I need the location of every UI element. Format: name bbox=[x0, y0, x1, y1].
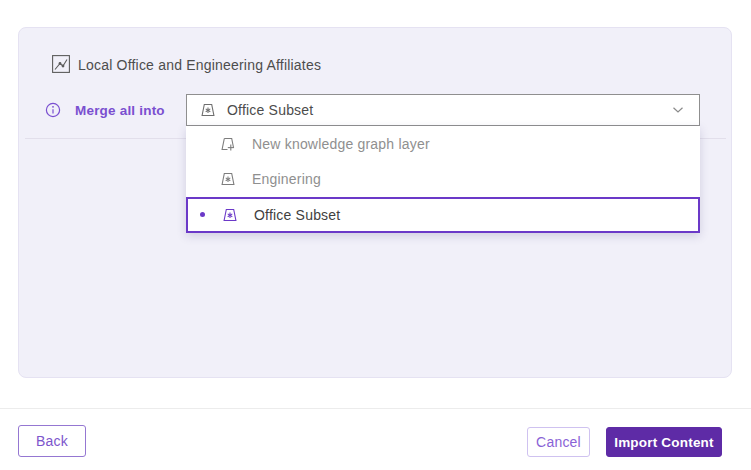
footer-divider bbox=[0, 408, 751, 409]
knowledge-graph-layer-icon bbox=[222, 207, 238, 223]
merge-all-into-label: Merge all into bbox=[75, 103, 165, 118]
menu-item-new-knowledge-graph-layer[interactable]: New knowledge graph layer bbox=[186, 126, 700, 162]
select-value: Office Subset bbox=[227, 102, 313, 118]
info-icon bbox=[45, 102, 61, 118]
import-options-panel: Local Office and Engineering Affiliates … bbox=[18, 27, 732, 378]
menu-item-label: New knowledge graph layer bbox=[252, 136, 430, 152]
back-button[interactable]: Back bbox=[18, 425, 86, 457]
menu-item-label: Office Subset bbox=[254, 207, 340, 223]
knowledge-graph-layer-icon bbox=[220, 171, 236, 187]
link-chart-square-icon bbox=[52, 55, 70, 73]
selected-bullet-icon bbox=[200, 212, 205, 217]
menu-item-enginering[interactable]: Enginering bbox=[186, 162, 700, 198]
menu-item-office-subset[interactable]: Office Subset bbox=[186, 197, 700, 233]
source-layer-label: Local Office and Engineering Affiliates bbox=[78, 57, 321, 73]
chevron-down-icon bbox=[672, 106, 684, 114]
cancel-button[interactable]: Cancel bbox=[527, 427, 590, 457]
merge-target-select[interactable]: Office Subset bbox=[186, 94, 700, 126]
merge-target-menu: New knowledge graph layer Enginering bbox=[186, 126, 700, 233]
import-content-button[interactable]: Import Content bbox=[606, 427, 722, 457]
knowledge-graph-layer-icon bbox=[200, 102, 216, 118]
new-knowledge-graph-layer-icon bbox=[220, 136, 236, 152]
menu-item-label: Enginering bbox=[252, 171, 321, 187]
